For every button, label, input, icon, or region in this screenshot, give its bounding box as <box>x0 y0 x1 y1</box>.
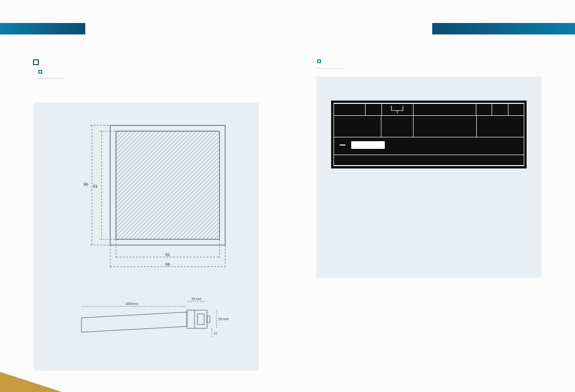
section-title-sub <box>38 70 45 74</box>
right-section-title <box>317 59 324 63</box>
sig-alarm-bridge <box>382 104 414 115</box>
lbl-comm <box>477 116 524 137</box>
factory-row <box>334 137 524 155</box>
label-row <box>334 116 524 137</box>
corner-wedge-decoration <box>0 372 62 392</box>
terminal-plate <box>331 101 527 168</box>
sig-b <box>508 104 524 115</box>
host-address-box <box>351 141 385 149</box>
svg-rect-17 <box>197 314 204 325</box>
square-bullet-icon <box>33 59 39 65</box>
lbl-power <box>334 116 381 137</box>
dim-91-h: 91 <box>165 252 170 257</box>
lbl-alarm <box>381 116 414 137</box>
panel-cutout-diagram: 96 91 91 96 <box>77 121 235 288</box>
factory-number <box>340 145 345 146</box>
left-diagram-panel: 96 91 91 96 380mm 35 mm <box>34 102 259 370</box>
dim-96-h: 96 <box>165 262 170 267</box>
section-title-main <box>33 59 43 65</box>
dim-strap-h1: 58 mm <box>218 317 229 321</box>
signal-row <box>334 104 524 116</box>
dim-91-v: 91 <box>93 184 98 189</box>
sig-gnd <box>476 104 493 115</box>
header-right <box>432 23 575 34</box>
standby-row <box>334 155 524 166</box>
dim-96-v: 96 <box>83 182 88 187</box>
sig-acdc <box>334 104 366 115</box>
dim-strap-h2: 21 <box>214 332 218 335</box>
terminal-row-bottom <box>334 166 524 166</box>
dim-strap-len: 380mm <box>126 302 138 306</box>
sig-spare <box>414 104 476 115</box>
square-bullet-small-icon <box>38 70 42 74</box>
dim-strap-w: 35 mm <box>191 297 202 301</box>
lbl-spare <box>414 116 477 137</box>
svg-rect-18 <box>207 316 210 323</box>
header-left <box>0 23 85 34</box>
divider <box>317 68 344 68</box>
sig-a <box>492 104 508 115</box>
right-panel <box>316 77 541 278</box>
divider <box>38 78 65 78</box>
strap-diagram: 380mm 35 mm 58 mm 21 <box>77 293 235 346</box>
svg-rect-2 <box>116 131 219 239</box>
square-bullet-small-icon <box>317 59 321 63</box>
sig-pe <box>366 104 382 115</box>
